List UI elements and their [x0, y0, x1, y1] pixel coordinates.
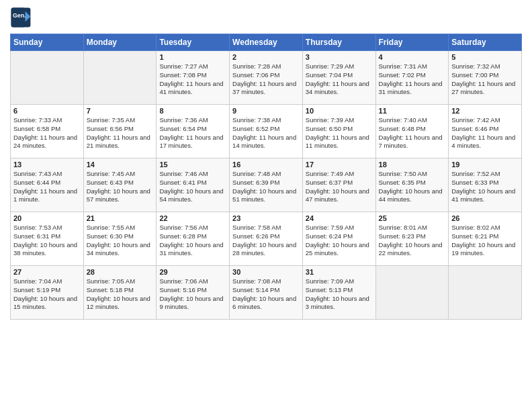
day-detail: Sunrise: 8:01 AM Sunset: 6:23 PM Dayligh…	[379, 224, 446, 258]
calendar-cell: 30Sunrise: 7:08 AM Sunset: 5:14 PM Dayli…	[230, 266, 303, 320]
weekday-header: Thursday	[302, 34, 375, 51]
day-number: 16	[232, 161, 300, 169]
calendar-cell: 26Sunrise: 8:02 AM Sunset: 6:21 PM Dayli…	[449, 212, 522, 266]
day-detail: Sunrise: 7:35 AM Sunset: 6:56 PM Dayligh…	[87, 116, 154, 150]
calendar-week-row: 1Sunrise: 7:27 AM Sunset: 7:08 PM Daylig…	[11, 51, 522, 105]
calendar-cell: 25Sunrise: 8:01 AM Sunset: 6:23 PM Dayli…	[375, 212, 449, 266]
day-detail: Sunrise: 7:27 AM Sunset: 7:08 PM Dayligh…	[159, 62, 226, 97]
calendar-cell: 15Sunrise: 7:46 AM Sunset: 6:41 PM Dayli…	[157, 158, 230, 212]
day-number: 21	[87, 214, 154, 222]
calendar-week-row: 13Sunrise: 7:43 AM Sunset: 6:44 PM Dayli…	[11, 158, 522, 212]
day-number: 14	[87, 161, 154, 169]
day-number: 31	[306, 268, 373, 276]
calendar-cell: 20Sunrise: 7:53 AM Sunset: 6:31 PM Dayli…	[11, 212, 84, 266]
calendar-header-row: SundayMondayTuesdayWednesdayThursdayFrid…	[11, 34, 522, 51]
page-header: Gen.	[10, 7, 522, 28]
weekday-header: Saturday	[449, 34, 522, 51]
day-number: 1	[159, 53, 226, 61]
weekday-header: Monday	[83, 34, 157, 51]
day-number: 4	[379, 53, 446, 61]
day-number: 24	[306, 214, 373, 222]
day-number: 11	[379, 107, 446, 115]
logo-icon: Gen.	[10, 7, 32, 28]
calendar-cell	[375, 266, 449, 320]
day-detail: Sunrise: 7:50 AM Sunset: 6:35 PM Dayligh…	[379, 170, 446, 204]
weekday-header: Sunday	[11, 34, 84, 51]
calendar-cell: 11Sunrise: 7:40 AM Sunset: 6:48 PM Dayli…	[375, 105, 449, 158]
calendar-cell: 16Sunrise: 7:48 AM Sunset: 6:39 PM Dayli…	[230, 158, 303, 212]
day-number: 6	[13, 107, 81, 115]
calendar-cell: 6Sunrise: 7:33 AM Sunset: 6:58 PM Daylig…	[11, 105, 84, 158]
day-detail: Sunrise: 8:02 AM Sunset: 6:21 PM Dayligh…	[451, 224, 519, 258]
calendar-cell	[449, 266, 522, 320]
day-detail: Sunrise: 7:53 AM Sunset: 6:31 PM Dayligh…	[13, 224, 81, 258]
day-detail: Sunrise: 7:38 AM Sunset: 6:52 PM Dayligh…	[232, 116, 300, 150]
day-number: 23	[232, 214, 300, 222]
day-number: 29	[159, 268, 226, 276]
calendar-cell: 27Sunrise: 7:04 AM Sunset: 5:19 PM Dayli…	[11, 266, 84, 320]
day-number: 7	[87, 107, 154, 115]
logo: Gen.	[10, 7, 34, 28]
day-detail: Sunrise: 7:58 AM Sunset: 6:26 PM Dayligh…	[232, 224, 300, 258]
day-number: 17	[306, 161, 373, 169]
day-detail: Sunrise: 7:43 AM Sunset: 6:44 PM Dayligh…	[13, 170, 81, 204]
day-number: 18	[379, 161, 446, 169]
calendar-cell: 22Sunrise: 7:56 AM Sunset: 6:28 PM Dayli…	[157, 212, 230, 266]
calendar-cell: 28Sunrise: 7:05 AM Sunset: 5:18 PM Dayli…	[83, 266, 157, 320]
weekday-header: Tuesday	[157, 34, 230, 51]
calendar-cell: 4Sunrise: 7:31 AM Sunset: 7:02 PM Daylig…	[375, 51, 449, 105]
day-number: 26	[451, 214, 519, 222]
calendar-cell: 7Sunrise: 7:35 AM Sunset: 6:56 PM Daylig…	[83, 105, 157, 158]
day-number: 22	[159, 214, 226, 222]
calendar-week-row: 6Sunrise: 7:33 AM Sunset: 6:58 PM Daylig…	[11, 105, 522, 158]
day-detail: Sunrise: 7:09 AM Sunset: 5:13 PM Dayligh…	[306, 277, 373, 312]
calendar-cell: 1Sunrise: 7:27 AM Sunset: 7:08 PM Daylig…	[157, 51, 230, 105]
calendar-cell: 21Sunrise: 7:55 AM Sunset: 6:30 PM Dayli…	[83, 212, 157, 266]
day-detail: Sunrise: 7:39 AM Sunset: 6:50 PM Dayligh…	[306, 116, 373, 150]
calendar-cell: 5Sunrise: 7:32 AM Sunset: 7:00 PM Daylig…	[449, 51, 522, 105]
day-detail: Sunrise: 7:33 AM Sunset: 6:58 PM Dayligh…	[13, 116, 81, 150]
day-detail: Sunrise: 7:59 AM Sunset: 6:24 PM Dayligh…	[306, 224, 373, 258]
calendar-cell: 19Sunrise: 7:52 AM Sunset: 6:33 PM Dayli…	[449, 158, 522, 212]
day-detail: Sunrise: 7:42 AM Sunset: 6:46 PM Dayligh…	[451, 116, 519, 150]
day-detail: Sunrise: 7:06 AM Sunset: 5:16 PM Dayligh…	[159, 277, 226, 312]
day-detail: Sunrise: 7:36 AM Sunset: 6:54 PM Dayligh…	[159, 116, 226, 150]
calendar-week-row: 20Sunrise: 7:53 AM Sunset: 6:31 PM Dayli…	[11, 212, 522, 266]
day-detail: Sunrise: 7:08 AM Sunset: 5:14 PM Dayligh…	[232, 277, 300, 312]
day-number: 25	[379, 214, 446, 222]
day-number: 13	[13, 161, 81, 169]
calendar-cell: 8Sunrise: 7:36 AM Sunset: 6:54 PM Daylig…	[157, 105, 230, 158]
weekday-header: Wednesday	[230, 34, 303, 51]
page-container: Gen. SundayMondayTuesdayWednesdayThursda…	[0, 0, 532, 326]
day-detail: Sunrise: 7:56 AM Sunset: 6:28 PM Dayligh…	[159, 224, 226, 258]
calendar-cell: 2Sunrise: 7:28 AM Sunset: 7:06 PM Daylig…	[230, 51, 303, 105]
day-number: 15	[159, 161, 226, 169]
day-number: 3	[306, 53, 373, 61]
calendar-table: SundayMondayTuesdayWednesdayThursdayFrid…	[10, 34, 522, 320]
day-detail: Sunrise: 7:55 AM Sunset: 6:30 PM Dayligh…	[87, 224, 154, 258]
calendar-cell: 18Sunrise: 7:50 AM Sunset: 6:35 PM Dayli…	[375, 158, 449, 212]
calendar-cell: 31Sunrise: 7:09 AM Sunset: 5:13 PM Dayli…	[302, 266, 375, 320]
calendar-cell: 14Sunrise: 7:45 AM Sunset: 6:43 PM Dayli…	[83, 158, 157, 212]
calendar-cell: 3Sunrise: 7:29 AM Sunset: 7:04 PM Daylig…	[302, 51, 375, 105]
calendar-cell	[83, 51, 157, 105]
day-number: 19	[451, 161, 519, 169]
calendar-cell: 17Sunrise: 7:49 AM Sunset: 6:37 PM Dayli…	[302, 158, 375, 212]
day-number: 10	[306, 107, 373, 115]
day-detail: Sunrise: 7:29 AM Sunset: 7:04 PM Dayligh…	[306, 62, 373, 97]
day-number: 27	[13, 268, 81, 276]
day-detail: Sunrise: 7:40 AM Sunset: 6:48 PM Dayligh…	[379, 116, 446, 150]
calendar-body: 1Sunrise: 7:27 AM Sunset: 7:08 PM Daylig…	[11, 51, 522, 320]
day-number: 28	[87, 268, 154, 276]
day-detail: Sunrise: 7:45 AM Sunset: 6:43 PM Dayligh…	[87, 170, 154, 204]
day-detail: Sunrise: 7:46 AM Sunset: 6:41 PM Dayligh…	[159, 170, 226, 204]
weekday-header: Friday	[375, 34, 449, 51]
calendar-cell	[11, 51, 84, 105]
day-number: 9	[232, 107, 300, 115]
calendar-cell: 13Sunrise: 7:43 AM Sunset: 6:44 PM Dayli…	[11, 158, 84, 212]
calendar-cell: 24Sunrise: 7:59 AM Sunset: 6:24 PM Dayli…	[302, 212, 375, 266]
calendar-cell: 23Sunrise: 7:58 AM Sunset: 6:26 PM Dayli…	[230, 212, 303, 266]
day-number: 20	[13, 214, 81, 222]
day-number: 12	[451, 107, 519, 115]
calendar-week-row: 27Sunrise: 7:04 AM Sunset: 5:19 PM Dayli…	[11, 266, 522, 320]
